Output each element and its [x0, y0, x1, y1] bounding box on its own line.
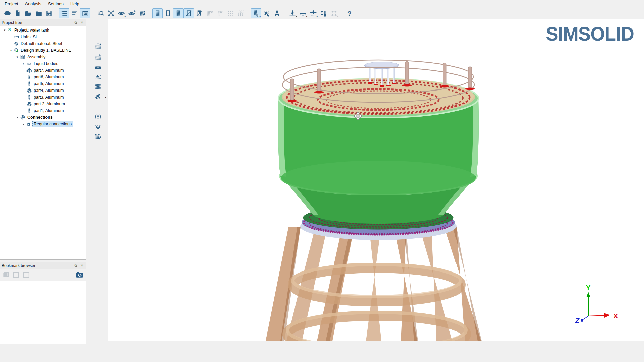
tree-item-part7-aluminum[interactable]: part7, Aluminum: [0, 67, 86, 74]
chevron-down-icon[interactable]: ▾: [15, 55, 20, 59]
tree-item-label[interactable]: Regular connections: [32, 121, 73, 127]
contact-icon[interactable]: [92, 72, 104, 82]
tree-item-label[interactable]: Liquid bodies: [32, 61, 60, 67]
tree-item-label[interactable]: part6, Aluminum: [32, 74, 65, 80]
project-tree-titlebar: Project tree ⧉ ✕: [0, 19, 86, 26]
display-transparent-icon[interactable]: [183, 8, 194, 18]
camera-icon[interactable]: [75, 270, 84, 279]
float-panel-icon[interactable]: ⧉: [73, 20, 78, 25]
float-panel-icon[interactable]: ⧉: [73, 263, 78, 268]
project-tree: ▾SProject: water tankUnits: SIDefault ma…: [0, 26, 86, 260]
connection-toolbar: ▾: [86, 19, 108, 341]
spring-review-icon[interactable]: [92, 112, 104, 122]
menu-project[interactable]: Project: [1, 1, 21, 7]
bookmark-list[interactable]: [0, 281, 86, 344]
tank-legs[interactable]: [266, 227, 482, 341]
load-thermal-icon[interactable]: [318, 8, 329, 18]
tree-item-label[interactable]: Design study 1, BASELINE: [19, 47, 73, 53]
review-parts-icon[interactable]: [92, 132, 104, 142]
zoom-pick-icon[interactable]: [95, 8, 106, 18]
tree-item-label[interactable]: part3, Aluminum: [32, 94, 65, 100]
close-icon[interactable]: ✕: [79, 20, 85, 25]
tree-item-label[interactable]: Project: water tank: [13, 27, 51, 33]
swap-connections-icon[interactable]: ▾: [92, 92, 104, 102]
toolbar-separator: [248, 9, 250, 18]
section-cut-icon[interactable]: [137, 8, 147, 18]
close-icon[interactable]: ✕: [79, 263, 85, 268]
save-icon[interactable]: [44, 8, 54, 18]
menu-analysis[interactable]: Analysis: [21, 1, 44, 7]
tree-item-label[interactable]: part7, Aluminum: [32, 67, 65, 73]
chevron-down-icon[interactable]: ▾: [15, 116, 20, 119]
tree-item-part-2-aluminum[interactable]: part 2, Aluminum: [0, 101, 86, 107]
tree-item-label[interactable]: part 2, Aluminum: [32, 101, 66, 107]
tree-item-label[interactable]: part1, Aluminum: [32, 108, 65, 114]
select-box-icon[interactable]: [261, 8, 272, 18]
tree-item-liquid-bodies[interactable]: ▸Liquid bodies: [0, 60, 86, 67]
display-outline-icon[interactable]: [163, 8, 173, 18]
connections-refresh-icon[interactable]: [92, 41, 104, 51]
part-cylinder-icon: [26, 108, 32, 113]
toolbar-group: [59, 8, 90, 18]
tree-item-label[interactable]: Assembly: [26, 54, 47, 60]
tree-item-connections[interactable]: ▾Connections: [0, 114, 86, 121]
review-connections-icon[interactable]: [92, 122, 104, 132]
tree-item-units-si[interactable]: Units: SI: [0, 34, 86, 40]
water-tank-model[interactable]: Y X Z: [108, 19, 644, 341]
display-solid-icon[interactable]: [152, 8, 163, 18]
notes-icon[interactable]: [69, 8, 80, 18]
load-displacement-icon[interactable]: ▾: [308, 8, 318, 18]
trim-icon[interactable]: [106, 8, 116, 18]
tree-item-part3-aluminum[interactable]: part3, Aluminum: [0, 94, 86, 101]
chevron-down-icon[interactable]: ▾: [2, 28, 7, 32]
load-force-icon[interactable]: ▾: [287, 8, 298, 18]
display-hatch-icon[interactable]: [173, 8, 183, 18]
chevron-right-icon[interactable]: ▸: [21, 62, 26, 65]
toolbar-group: [152, 8, 246, 18]
chevron-down-icon[interactable]: ▾: [9, 49, 13, 52]
svg-text:S: S: [8, 27, 11, 32]
cloud-icon[interactable]: [2, 8, 12, 18]
tree-item-part4-aluminum[interactable]: part4, Aluminum: [0, 87, 86, 94]
axis-z-label: Z: [575, 317, 580, 324]
bookmark-add-icon: [11, 270, 21, 279]
connections-add-icon[interactable]: [92, 52, 104, 62]
help-icon[interactable]: ?: [344, 8, 355, 18]
project-tree-icon[interactable]: [59, 8, 69, 18]
open-folder-icon[interactable]: [23, 8, 33, 18]
hide-eye-icon[interactable]: ▾: [116, 8, 126, 18]
part-sheet-icon: [26, 68, 32, 73]
weld-icon[interactable]: [92, 63, 104, 73]
tree-item-label[interactable]: part5, Aluminum: [32, 81, 65, 87]
connections-icon: [20, 115, 26, 120]
bookmark-browser-icon[interactable]: [80, 8, 90, 18]
select-part-icon[interactable]: ▾: [251, 8, 261, 18]
show-eye-plus-icon[interactable]: [126, 8, 137, 18]
tree-item-regular-connections[interactable]: ▸Regular connections: [0, 121, 86, 127]
deck-gazebo[interactable]: [364, 62, 399, 87]
chevron-right-icon[interactable]: ▸: [21, 122, 26, 126]
tree-item-label[interactable]: part4, Aluminum: [32, 87, 65, 94]
display-dark-icon[interactable]: [194, 8, 204, 18]
tree-item-assembly[interactable]: ▾Assembly: [0, 54, 86, 60]
bookmark-save-icon: [1, 270, 11, 279]
tree-item-project-water-tank[interactable]: ▾SProject: water tank: [0, 27, 86, 34]
tree-item-label[interactable]: Units: SI: [19, 34, 38, 40]
menu-settings[interactable]: Settings: [45, 1, 67, 7]
tree-item-part6-aluminum[interactable]: part6, Aluminum: [0, 74, 86, 80]
simsolid-s-icon: S: [7, 27, 13, 33]
toolbar-group: [2, 8, 54, 18]
menu-help[interactable]: Help: [67, 1, 83, 7]
tree-item-part1-aluminum[interactable]: part1, Aluminum: [0, 107, 86, 114]
layers-minus-icon[interactable]: [92, 81, 104, 92]
load-moment-icon[interactable]: ▾: [298, 8, 308, 18]
measure-icon[interactable]: [272, 8, 282, 18]
tree-item-label[interactable]: Default material: Steel: [19, 41, 63, 47]
tree-item-default-material-steel[interactable]: Default material: Steel: [0, 40, 86, 47]
new-file-icon[interactable]: [12, 8, 23, 18]
3d-viewport[interactable]: SIMSOLID: [108, 19, 644, 341]
tree-item-label[interactable]: Connections: [26, 114, 54, 120]
tree-item-part5-aluminum[interactable]: part5, Aluminum: [0, 80, 86, 87]
tree-item-design-study-1-baseline[interactable]: ▾Design study 1, BASELINE: [0, 47, 86, 54]
folder-icon[interactable]: [33, 8, 44, 18]
